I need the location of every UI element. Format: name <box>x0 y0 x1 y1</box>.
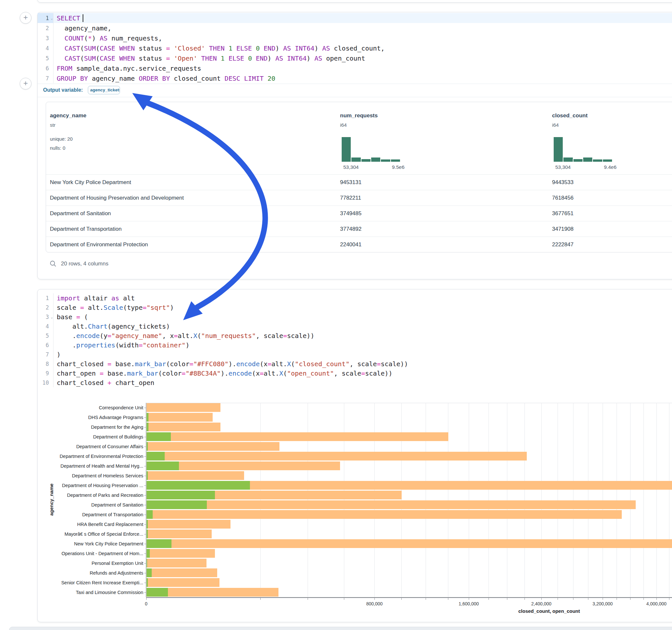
bar-closed-count[interactable] <box>146 568 217 577</box>
bar-open-count[interactable] <box>146 588 168 597</box>
table-cell[interactable]: 2222847 <box>552 241 573 248</box>
row-separator <box>46 205 672 206</box>
table-cell[interactable]: 2240041 <box>340 241 361 248</box>
search-icon[interactable] <box>50 260 57 267</box>
bar-closed-count[interactable] <box>146 549 215 558</box>
code-line[interactable]: 1⌄SELECT <box>38 13 672 23</box>
table-cell[interactable]: Department of Sanitation <box>50 210 111 217</box>
x-axis-tick <box>375 598 375 600</box>
column-histogram <box>342 137 400 162</box>
code-line[interactable]: 7GROUP BY agency_name ORDER BY closed_co… <box>38 73 672 83</box>
histogram-max-label: 9.4e6 <box>604 164 617 170</box>
python-cell[interactable]: 1import altair as alt2scale = alt.Scale(… <box>37 289 672 622</box>
x-axis-title: closed_count, open_count <box>484 608 614 614</box>
gridline <box>603 403 603 597</box>
bar-open-count[interactable] <box>146 578 148 587</box>
bar-closed-count[interactable] <box>146 403 220 412</box>
sql-code-editor[interactable]: 1⌄SELECT2 agency_name,3 COUNT(*) AS num_… <box>38 13 672 83</box>
x-axis-tick <box>488 598 489 600</box>
gridline <box>669 403 669 597</box>
bar-open-count[interactable] <box>146 432 171 441</box>
bar-open-count[interactable] <box>146 413 148 421</box>
bar-closed-count[interactable] <box>146 413 213 421</box>
bar-open-count[interactable] <box>146 442 148 451</box>
table-cell[interactable]: 9443533 <box>552 179 573 186</box>
x-axis-tick <box>260 598 261 600</box>
bar-open-count[interactable] <box>146 491 215 500</box>
x-axis-tick <box>669 598 669 600</box>
bar-open-count[interactable] <box>146 559 147 567</box>
bar-open-count[interactable] <box>146 520 148 529</box>
bar-closed-count[interactable] <box>146 422 220 431</box>
column-histogram <box>554 137 612 162</box>
bar-closed-count[interactable] <box>146 432 448 441</box>
code-line[interactable]: 4 CAST(SUM(CASE WHEN status = 'Closed' T… <box>38 43 672 53</box>
bar-closed-count[interactable] <box>146 539 672 548</box>
bar-open-count[interactable] <box>146 461 179 470</box>
bar-open-count[interactable] <box>146 481 250 490</box>
table-cell[interactable]: 7618456 <box>552 195 573 201</box>
code-line[interactable]: 6FROM sample_data.nyc.service_requests <box>38 63 672 73</box>
bar-closed-count[interactable] <box>146 578 219 587</box>
table-cell[interactable]: 3774892 <box>340 226 361 232</box>
bar-open-count[interactable] <box>146 539 171 548</box>
code-line[interactable]: 3 COUNT(*) AS num_requests, <box>38 33 672 43</box>
bar-open-count[interactable] <box>146 510 153 519</box>
bar-closed-count[interactable] <box>146 520 231 529</box>
bar-closed-count[interactable] <box>146 510 622 519</box>
gridline <box>344 403 344 597</box>
table-cell[interactable]: Department of Environmental Protection <box>50 241 148 248</box>
x-axis-tick-label: 1,600,000 <box>459 601 479 606</box>
code-line[interactable]: 2 agency_name, <box>38 23 672 33</box>
histogram-min-label: 53,304 <box>555 164 571 170</box>
output-row-divider <box>38 97 672 97</box>
output-variable-chip[interactable]: agency_tickets <box>88 86 120 94</box>
gridline <box>448 403 448 597</box>
table-cell[interactable]: New York City Police Department <box>50 179 131 186</box>
x-axis-tick <box>557 598 558 600</box>
table-cell[interactable]: 3471908 <box>552 226 573 232</box>
code-line[interactable]: 5 CAST(SUM(CASE WHEN status = 'Open' THE… <box>38 53 672 63</box>
gridline <box>488 403 489 597</box>
table-cell[interactable]: 3677651 <box>552 210 573 217</box>
add-cell-button-top[interactable]: + <box>20 12 31 24</box>
table-cell[interactable]: 3749485 <box>340 210 361 217</box>
bar-closed-count[interactable] <box>146 500 636 509</box>
x-axis-tick <box>401 598 402 600</box>
x-axis-tick <box>617 598 617 600</box>
result-table[interactable]: agency_namestrunique: 20nulls: 0num_requ… <box>46 102 672 252</box>
table-cell[interactable]: Department of Housing Preservation and D… <box>50 195 184 201</box>
add-cell-button-middle[interactable]: + <box>20 78 31 90</box>
x-axis-tick-label: 2,400,000 <box>531 601 551 606</box>
output-variable-label: Output variable: <box>43 87 83 93</box>
bar-closed-count[interactable] <box>146 471 244 480</box>
bar-closed-count[interactable] <box>146 530 212 538</box>
gridline <box>401 403 402 597</box>
bar-open-count[interactable] <box>146 500 207 509</box>
bar-open-count[interactable] <box>146 471 148 480</box>
output-variable-row: Output variable: agency_tickets <box>38 84 672 97</box>
bar-open-count[interactable] <box>146 452 165 461</box>
x-axis-tick-label: 3,200,000 <box>593 601 613 606</box>
x-axis-tick <box>525 598 525 600</box>
table-cell[interactable]: 9453131 <box>340 179 361 186</box>
fold-chevron-icon[interactable]: ⌄ <box>51 16 53 20</box>
bar-open-count[interactable] <box>146 568 152 577</box>
bar-closed-count[interactable] <box>146 452 527 461</box>
y-axis-category-label: Refunds and Adjustments <box>38 571 143 576</box>
x-axis-tick <box>588 598 589 600</box>
bar-open-count[interactable] <box>146 530 148 538</box>
bar-closed-count[interactable] <box>146 442 280 451</box>
altair-chart: Correspondence UnitDHS Advantage Program… <box>38 289 672 622</box>
histogram-max-label: 9.5e6 <box>392 164 405 170</box>
bar-open-count[interactable] <box>146 422 148 431</box>
bar-closed-count[interactable] <box>146 559 207 567</box>
sql-cell[interactable]: 1⌄SELECT2 agency_name,3 COUNT(*) AS num_… <box>37 12 672 280</box>
column-stat: unique: 20 <box>50 136 73 142</box>
bar-open-count[interactable] <box>146 549 150 558</box>
table-cell[interactable]: Department of Transportation <box>50 226 122 232</box>
gridline <box>630 403 630 597</box>
table-cell[interactable]: 7782211 <box>340 195 361 201</box>
x-axis-tick <box>630 598 630 600</box>
gridline <box>308 403 308 597</box>
